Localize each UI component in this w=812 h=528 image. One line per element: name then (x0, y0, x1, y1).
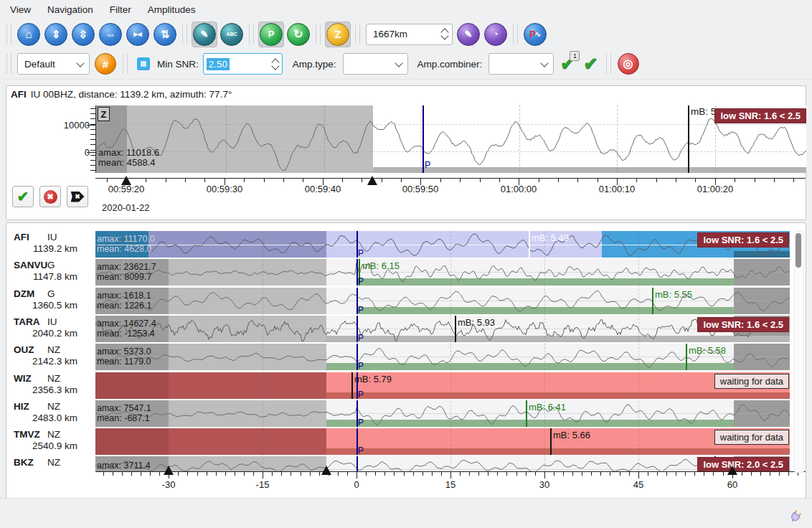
mean-value: mean: -687.1 (97, 413, 150, 423)
signal-window-marker[interactable] (321, 466, 331, 475)
reject-amplitude-button[interactable]: ✖ (39, 186, 61, 207)
station-trace-area[interactable]: amax: 14627.4 mean: -1253.4 P mB: 5.93 l… (95, 316, 790, 344)
p-pick-marker[interactable] (422, 105, 424, 173)
p-pick-label: P (358, 276, 364, 286)
station-network: IU (47, 316, 57, 327)
station-network: NZ (47, 429, 60, 440)
main-waveform-plot[interactable]: Z amax: 11018.6 mean: 4588.4 P mB: 5.49 … (95, 105, 806, 173)
toolbar-grip (123, 54, 128, 74)
time-window-button[interactable]: ◔ (483, 22, 509, 47)
min-snr-label: Min SNR: (157, 59, 199, 70)
profile-combobox[interactable]: Default (17, 53, 90, 75)
fit-vertical-button[interactable]: ⇳ (70, 22, 96, 47)
expand-horizontal-button[interactable]: ⇔ (98, 22, 123, 47)
station-trace-area[interactable]: amax: 3711.4 low SNR: 2.0 < 2.5 (95, 456, 790, 471)
station-network: G (47, 288, 55, 299)
home-view-button[interactable]: ⌂ (16, 22, 42, 47)
y-axis-label-top: 10000 (34, 120, 90, 131)
amplitude-marker[interactable] (550, 428, 552, 455)
amp-combiner-combobox[interactable] (488, 53, 554, 75)
apply-count-badge: 1 (570, 51, 580, 61)
check-icon: ✔ (583, 54, 598, 73)
spinner-arrows-icon[interactable] (442, 29, 448, 39)
expand-vertical-button[interactable]: ⇕ (43, 22, 69, 47)
amp-type-combobox[interactable] (343, 53, 408, 75)
picker-tool-button[interactable]: ✎ (192, 22, 217, 47)
mean-value: mean: 1226.1 (97, 301, 151, 311)
station-trace-area[interactable]: amax: 11170.0 mean: 4628.0 P mB: 5.49 lo… (95, 231, 790, 259)
amplitude-marker[interactable] (652, 288, 653, 314)
station-trace-area[interactable]: amax: 23621.7 mean: 8099.7 P mB: 6.15 (95, 259, 790, 287)
phases-abc-icon: ABC (220, 23, 243, 46)
mb-value: mB: 6.15 (362, 260, 400, 271)
window-end-marker[interactable] (727, 466, 737, 475)
window-end-marker[interactable] (367, 176, 377, 185)
amax-value: amax: 14627.4 (97, 319, 156, 329)
p-pick-label: P (358, 248, 364, 258)
accept-amplitude-button[interactable]: ✔ (12, 186, 34, 207)
amplitude-marker[interactable] (526, 400, 527, 427)
amplitude-marker[interactable] (688, 105, 689, 173)
station-trace-area[interactable]: P mB: 5.79 waiting for data (95, 372, 790, 400)
mb-value: mB: 6.41 (529, 402, 566, 412)
station-trace-area[interactable]: amax: 5373.0 mean: 1179.0 P mB: 5.58 (95, 344, 790, 372)
station-row-tmvz[interactable]: TMVZ NZ 2540.9 km P mB: 5.66 waiting for… (6, 428, 806, 456)
scrollbar-thumb[interactable] (796, 233, 801, 268)
distance-cutoff-combobox[interactable]: 1667km (366, 24, 453, 45)
target-station-button[interactable]: ◎ (615, 51, 641, 77)
amplitude-marker[interactable] (455, 316, 456, 342)
target-icon: ◎ (618, 53, 639, 75)
spinner-arrows-icon[interactable] (273, 60, 278, 69)
recompute-button[interactable]: ↻ (285, 22, 311, 47)
pick-p-button[interactable]: P (258, 22, 284, 47)
station-row-afi[interactable]: AFI IU 1139.2 km amax: 11170.0 mean: 462… (6, 231, 806, 259)
station-row-dzm[interactable]: DZM G 1360.5 km amax: 1618.1 mean: 1226.… (6, 288, 806, 316)
show-phases-button[interactable]: ABC (219, 22, 245, 47)
station-row-sanvu[interactable]: SANVU G 1147.8 km amax: 23621.7 mean: 80… (6, 259, 806, 287)
amplitude-marker[interactable] (351, 372, 353, 399)
fit-horizontal-button[interactable]: ▸◂ (125, 22, 151, 47)
amax-value: amax: 23621.7 (97, 262, 156, 272)
station-row-wiz[interactable]: WIZ NZ 2356.3 km P mB: 5.79 waiting for … (6, 372, 806, 400)
amax-value: amax: 3711.4 (97, 461, 151, 471)
station-network: NZ (47, 373, 60, 384)
apply-amplitudes-button[interactable]: ✔1 (560, 54, 575, 74)
menu-filter[interactable]: Filter (103, 1, 138, 19)
mb-value: mB: 5.55 (655, 289, 692, 300)
station-row-tara[interactable]: TARA IU 2040.2 km amax: 14627.4 mean: -1… (6, 316, 806, 344)
noise-window-marker[interactable] (164, 466, 174, 475)
station-network: NZ (47, 344, 60, 355)
min-snr-checkbox[interactable] (137, 57, 150, 70)
min-snr-spinbox[interactable]: 2.50 (203, 53, 283, 75)
station-trace-area[interactable]: P mB: 5.66 waiting for data (95, 428, 790, 456)
compute-magnitudes-icon: P∿ (524, 23, 547, 46)
edit-pick-button[interactable]: ✎ (455, 22, 481, 47)
recalculate-amplitudes-button[interactable]: # (93, 51, 118, 77)
skip-arrow-icon: ✖ (71, 192, 85, 202)
skip-station-button[interactable]: ✖ (67, 186, 88, 207)
apply-all-button[interactable]: ✔ (583, 54, 598, 74)
menu-navigation[interactable]: Navigation (41, 1, 100, 19)
station-trace-area[interactable]: amax: 7547.1 mean: -687.1 P mB: 6.41 (95, 400, 790, 428)
station-row-bkz[interactable]: BKZ NZ amax: 3711.4 low SNR: 2.0 < 2.5 (6, 456, 806, 471)
window-start-marker[interactable] (121, 176, 131, 185)
p-pick-label: P (358, 333, 364, 343)
p-pick-marker[interactable] (357, 456, 358, 471)
menu-amplitudes[interactable]: Amplitudes (141, 1, 202, 19)
menu-bar: View Navigation Filter Amplitudes (0, 0, 812, 19)
vertical-scrollbar[interactable] (794, 231, 804, 473)
scale-amplitudes-button[interactable]: ⇅ (152, 22, 178, 47)
menu-view[interactable]: View (4, 1, 37, 19)
station-distance: 2483.0 km (27, 412, 77, 423)
amplitude-marker[interactable] (529, 231, 530, 258)
picker-pencil-icon: ✎ (193, 23, 216, 46)
waiting-for-data-badge: waiting for data (714, 430, 789, 445)
amplitude-marker[interactable] (686, 344, 687, 370)
component-z-icon: Z (326, 23, 349, 46)
station-trace-area[interactable]: amax: 1618.1 mean: 1226.1 P mB: 5.55 (95, 288, 790, 316)
station-row-hiz[interactable]: HIZ NZ 2483.0 km amax: 7547.1 mean: -687… (6, 400, 806, 428)
component-z-button[interactable]: Z (325, 22, 351, 47)
main-toolbar: ⌂ ⇕ ⇳ ⇔ ▸◂ ⇅ ✎ ABC P ↻ Z 1667km ✎ ◔ P∿ (0, 19, 812, 49)
station-row-ouz[interactable]: OUZ NZ 2142.3 km amax: 5373.0 mean: 1179… (6, 344, 806, 372)
compute-magnitudes-button[interactable]: P∿ (522, 22, 548, 47)
